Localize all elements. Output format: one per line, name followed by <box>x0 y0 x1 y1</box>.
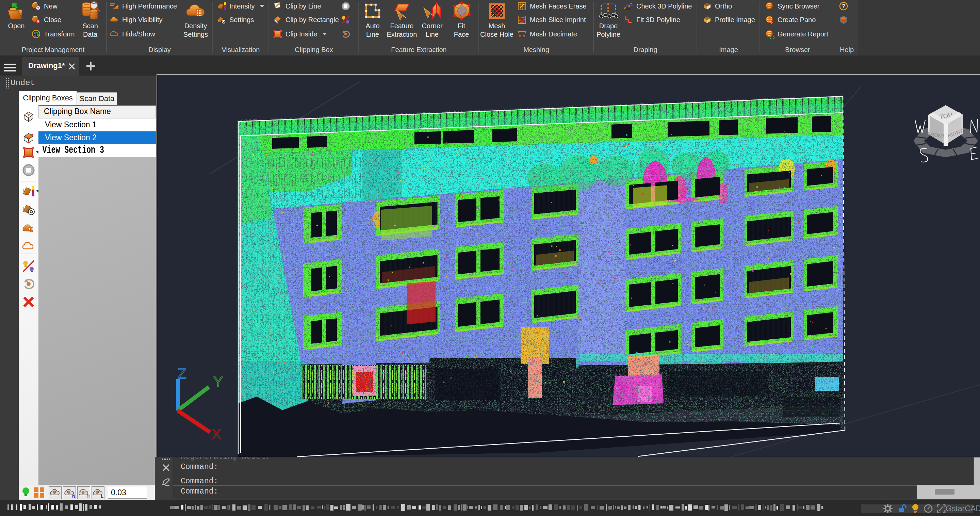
svg-text:H: H <box>86 494 89 498</box>
svg-text:Z: Z <box>178 366 186 382</box>
svg-text:L: L <box>101 494 103 498</box>
svg-text:z: z <box>631 3 633 6</box>
svg-text:N: N <box>72 494 75 498</box>
svg-text:Y: Y <box>213 374 223 390</box>
svg-text:?: ? <box>842 3 845 10</box>
svg-text:X: X <box>212 426 221 442</box>
